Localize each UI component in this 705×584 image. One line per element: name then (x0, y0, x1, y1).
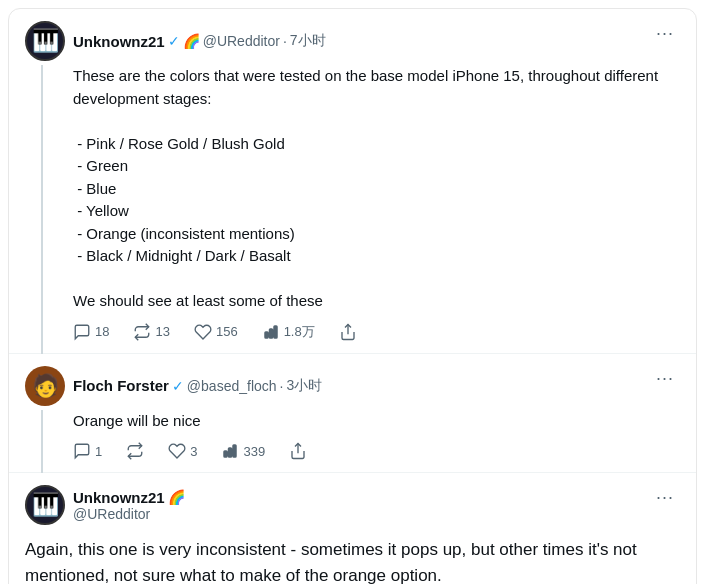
verified-badge: ✓ (168, 33, 180, 49)
share-icon (289, 442, 307, 460)
retweet-icon (126, 442, 144, 460)
more-options-button[interactable]: ··· (650, 485, 680, 510)
expanded-tweet: 🎹 Unknownz21 🌈 @URedditor ··· Again, thi… (9, 473, 696, 584)
like-icon (168, 442, 186, 460)
separator: · (280, 378, 284, 394)
retweet-action[interactable] (126, 442, 144, 460)
more-options-button[interactable]: ··· (650, 21, 680, 46)
retweet-count: 13 (155, 324, 169, 339)
reply-icon (73, 442, 91, 460)
avatar[interactable]: 🎹 (25, 485, 65, 525)
views-icon (221, 442, 239, 460)
username[interactable]: @based_floch (187, 378, 277, 394)
tweet-header: 🎹 Unknownz21 🌈 @URedditor ··· (25, 485, 680, 525)
tweet-header: 🧑 Floch Forster ✓ @based_floch · 3小时 ··· (25, 366, 680, 406)
expanded-tweet-body: 🎹 Unknownz21 🌈 @URedditor ··· Again, thi… (25, 485, 680, 584)
reply-count: 1 (95, 444, 102, 459)
rainbow-emoji: 🌈 (183, 33, 200, 49)
username[interactable]: @URedditor (203, 33, 280, 49)
views-count: 1.8万 (284, 323, 315, 341)
share-icon (339, 323, 357, 341)
tweet-actions: 18 13 156 1 (73, 323, 680, 341)
views-count: 339 (243, 444, 265, 459)
like-action[interactable]: 156 (194, 323, 238, 341)
like-icon (194, 323, 212, 341)
views-action[interactable]: 1.8万 (262, 323, 315, 341)
more-options-button[interactable]: ··· (650, 366, 680, 391)
tweet-text: Again, this one is very inconsistent - s… (25, 537, 680, 584)
avatar[interactable]: 🎹 (25, 21, 65, 61)
tweet-thread: 🎹 Unknownz21 ✓ 🌈 @URedditor · 7小时 ··· Th… (8, 8, 697, 584)
tweet-header: 🎹 Unknownz21 ✓ 🌈 @URedditor · 7小时 ··· (25, 21, 680, 61)
user-info: Unknownz21 🌈 @URedditor (73, 489, 185, 522)
tweet-actions: 1 3 339 (73, 442, 680, 460)
reply-count: 18 (95, 324, 109, 339)
username[interactable]: @URedditor (73, 506, 150, 522)
tweet-header-left: 🎹 Unknownz21 ✓ 🌈 @URedditor · 7小时 (25, 21, 326, 61)
reply-action[interactable]: 18 (73, 323, 109, 341)
separator: · (283, 33, 287, 49)
reply-icon (73, 323, 91, 341)
like-count: 3 (190, 444, 197, 459)
display-name[interactable]: Floch Forster (73, 377, 169, 394)
reply-action[interactable]: 1 (73, 442, 102, 460)
retweet-action[interactable]: 13 (133, 323, 169, 341)
avatar[interactable]: 🧑 (25, 366, 65, 406)
share-action[interactable] (339, 323, 357, 341)
share-action[interactable] (289, 442, 307, 460)
like-count: 156 (216, 324, 238, 339)
tweet-header-left: 🧑 Floch Forster ✓ @based_floch · 3小时 (25, 366, 322, 406)
tweet-2: 🧑 Floch Forster ✓ @based_floch · 3小时 ···… (9, 354, 696, 474)
display-name[interactable]: Unknownz21 (73, 33, 165, 50)
tweet-1: 🎹 Unknownz21 ✓ 🌈 @URedditor · 7小时 ··· Th… (9, 9, 696, 354)
tweet-time: 7小时 (290, 32, 326, 50)
tweet-body: These are the colors that were tested on… (73, 65, 680, 341)
tweet-text: Orange will be nice (73, 410, 680, 433)
views-action[interactable]: 339 (221, 442, 265, 460)
user-info: Unknownz21 ✓ 🌈 @URedditor · 7小时 (73, 32, 326, 50)
display-name[interactable]: Unknownz21 (73, 489, 165, 506)
retweet-icon (133, 323, 151, 341)
verified-badge: ✓ (172, 378, 184, 394)
tweet-time: 3小时 (286, 377, 322, 395)
rainbow-emoji: 🌈 (168, 489, 185, 505)
tweet-body: Orange will be nice 1 3 (73, 410, 680, 461)
views-icon (262, 323, 280, 341)
like-action[interactable]: 3 (168, 442, 197, 460)
tweet-text: These are the colors that were tested on… (73, 65, 680, 313)
tweet-header-left: 🎹 Unknownz21 🌈 @URedditor (25, 485, 185, 525)
user-info: Floch Forster ✓ @based_floch · 3小时 (73, 377, 322, 395)
